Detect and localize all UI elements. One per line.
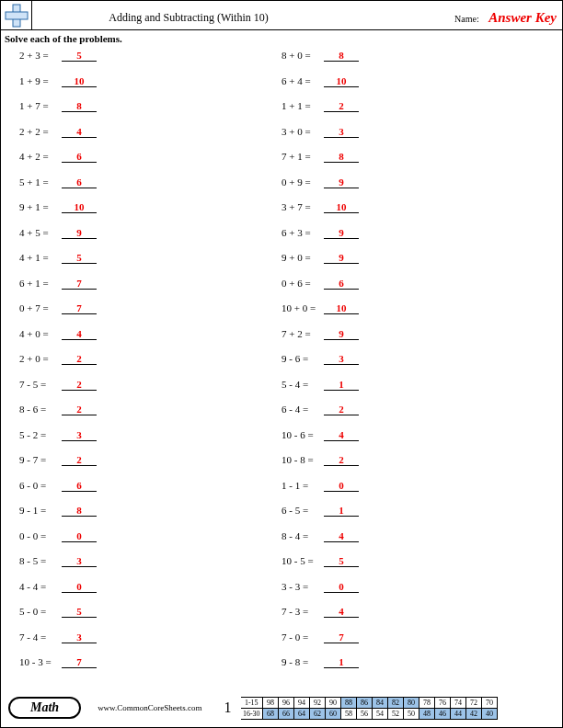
answer-blank: 6 bbox=[62, 176, 97, 188]
answer-blank: 8 bbox=[324, 151, 359, 163]
problem-row: 10 - 3 =7 bbox=[19, 656, 282, 682]
problem-row: 6 - 0 =6 bbox=[19, 480, 282, 506]
answer-blank: 5 bbox=[62, 606, 97, 618]
problem-expression: 7 - 4 = bbox=[19, 631, 60, 643]
problem-row: 4 + 5 =9 bbox=[19, 227, 282, 253]
problem-expression: 7 - 0 = bbox=[282, 631, 322, 643]
problem-expression: 3 + 7 = bbox=[282, 201, 322, 212]
answer-value: 10 bbox=[75, 201, 85, 212]
problem-row: 9 + 1 =10 bbox=[19, 201, 282, 227]
problem-expression: 9 - 6 = bbox=[282, 353, 322, 364]
problem-expression: 1 + 9 = bbox=[19, 75, 60, 86]
answer-blank: 5 bbox=[62, 50, 97, 62]
answer-blank: 2 bbox=[324, 100, 359, 112]
problem-expression: 5 + 1 = bbox=[19, 176, 60, 188]
problem-row: 9 - 7 =2 bbox=[19, 454, 282, 480]
answer-blank: 0 bbox=[62, 530, 97, 542]
score-cell: 70 bbox=[482, 697, 498, 708]
problem-expression: 6 - 5 = bbox=[282, 505, 322, 516]
problem-expression: 8 - 6 = bbox=[19, 404, 60, 415]
answer-value: 2 bbox=[76, 404, 82, 415]
problem-expression: 1 + 1 = bbox=[282, 100, 322, 111]
problem-expression: 4 + 1 = bbox=[19, 252, 60, 263]
problem-row: 8 - 6 =2 bbox=[19, 404, 282, 429]
score-cell: 74 bbox=[451, 697, 466, 708]
problem-row: 7 + 1 =8 bbox=[282, 151, 544, 176]
answer-blank: 1 bbox=[324, 656, 359, 668]
score-cell: 88 bbox=[341, 697, 357, 708]
answer-blank: 7 bbox=[324, 631, 359, 643]
answer-value: 8 bbox=[76, 505, 82, 516]
answer-blank: 8 bbox=[62, 505, 97, 517]
answer-blank: 2 bbox=[62, 404, 97, 415]
problem-row: 4 + 1 =5 bbox=[19, 252, 282, 278]
problem-expression: 9 + 1 = bbox=[19, 201, 60, 212]
answer-value: 0 bbox=[76, 530, 82, 541]
answer-blank: 3 bbox=[62, 555, 97, 567]
problem-row: 1 + 7 =8 bbox=[19, 100, 282, 126]
answer-blank: 7 bbox=[62, 278, 97, 290]
answer-value: 4 bbox=[339, 429, 344, 440]
problem-row: 9 - 8 =1 bbox=[282, 656, 544, 682]
problem-row: 9 - 6 =3 bbox=[282, 353, 544, 379]
problem-expression: 1 - 1 = bbox=[282, 480, 322, 491]
problem-row: 8 - 4 =4 bbox=[282, 530, 544, 556]
problem-expression: 6 - 0 = bbox=[19, 480, 60, 491]
problem-row: 2 + 0 =2 bbox=[19, 353, 282, 379]
problem-expression: 10 - 6 = bbox=[282, 429, 322, 440]
answer-value: 3 bbox=[339, 126, 344, 137]
problem-row: 3 + 7 =10 bbox=[282, 201, 544, 227]
answer-blank: 2 bbox=[62, 353, 97, 365]
answer-value: 8 bbox=[339, 50, 344, 61]
problem-row: 4 - 4 =0 bbox=[19, 581, 282, 607]
problem-expression: 5 - 0 = bbox=[19, 606, 60, 617]
problem-row: 6 + 3 =9 bbox=[282, 227, 544, 253]
answer-blank: 4 bbox=[62, 328, 97, 340]
problem-row: 7 + 2 =9 bbox=[282, 328, 544, 354]
problem-row: 1 + 1 =2 bbox=[282, 100, 544, 126]
answer-blank: 1 bbox=[324, 379, 359, 391]
answer-blank: 4 bbox=[324, 606, 359, 618]
answer-value: 4 bbox=[339, 606, 344, 617]
answer-value: 6 bbox=[76, 480, 82, 491]
problem-row: 6 - 4 =2 bbox=[282, 404, 544, 429]
problem-row: 10 - 5 =5 bbox=[282, 555, 544, 581]
answer-blank: 3 bbox=[324, 353, 359, 365]
answer-value: 3 bbox=[76, 429, 82, 440]
problem-expression: 10 - 8 = bbox=[282, 454, 322, 465]
problem-expression: 6 + 4 = bbox=[282, 75, 322, 86]
problem-expression: 0 + 9 = bbox=[282, 176, 322, 188]
worksheet-title: Adding and Subtracting (Within 10) bbox=[32, 6, 345, 25]
answer-blank: 3 bbox=[62, 631, 97, 643]
answer-blank: 3 bbox=[324, 126, 359, 138]
header: Adding and Subtracting (Within 10) Name:… bbox=[1, 1, 562, 30]
problem-expression: 7 + 1 = bbox=[282, 151, 322, 162]
problem-row: 2 + 2 =4 bbox=[19, 126, 282, 152]
score-cell: 62 bbox=[310, 708, 326, 719]
answer-value: 0 bbox=[339, 480, 344, 491]
problem-row: 7 - 3 =4 bbox=[282, 606, 544, 631]
answer-blank: 10 bbox=[62, 75, 97, 87]
answer-value: 0 bbox=[76, 581, 82, 592]
answer-value: 9 bbox=[76, 227, 82, 238]
page-number: 1 bbox=[224, 700, 232, 716]
answer-value: 2 bbox=[339, 100, 344, 111]
answer-blank: 10 bbox=[324, 201, 359, 213]
problem-expression: 1 + 7 = bbox=[19, 100, 60, 111]
answer-value: 2 bbox=[76, 454, 82, 465]
problem-row: 10 + 0 =10 bbox=[282, 302, 544, 328]
problem-expression: 2 + 3 = bbox=[19, 50, 60, 61]
problem-expression: 7 + 2 = bbox=[282, 328, 322, 339]
subject-pill: Math bbox=[8, 697, 81, 719]
problem-row: 6 - 5 =1 bbox=[282, 505, 544, 530]
answer-value: 10 bbox=[337, 75, 347, 86]
problem-row: 8 - 5 =3 bbox=[19, 555, 282, 581]
score-cell: 96 bbox=[279, 697, 294, 708]
answer-value: 6 bbox=[76, 176, 82, 188]
answer-value: 10 bbox=[75, 75, 85, 86]
answer-blank: 10 bbox=[324, 302, 359, 314]
answer-value: 5 bbox=[76, 606, 82, 617]
problem-expression: 10 - 5 = bbox=[282, 555, 322, 566]
score-cell: 72 bbox=[466, 697, 482, 708]
problem-row: 3 - 3 =0 bbox=[282, 581, 544, 607]
